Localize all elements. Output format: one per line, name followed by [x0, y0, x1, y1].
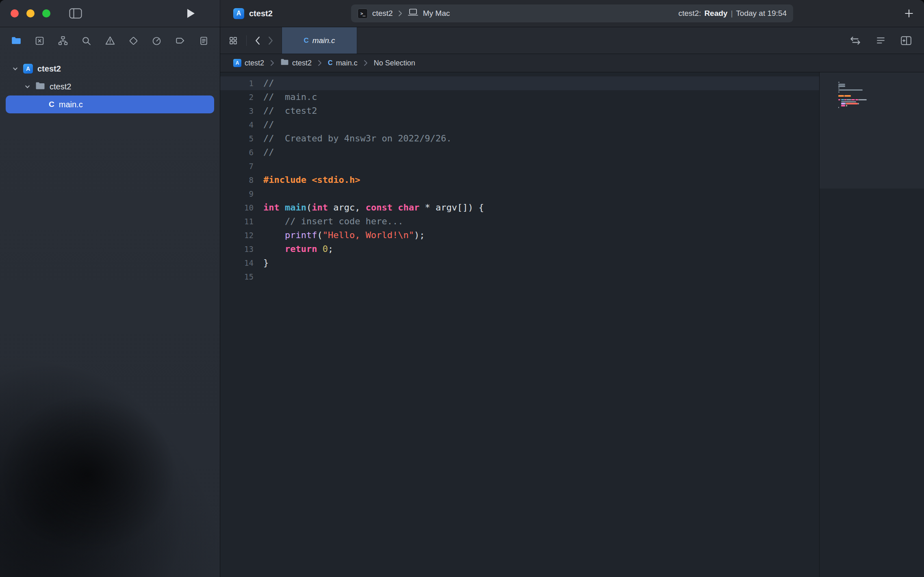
code-line[interactable]: 14}	[220, 256, 819, 270]
list-lines-icon	[876, 35, 886, 46]
run-button[interactable]	[187, 8, 195, 19]
navigator-tab-issues[interactable]	[104, 35, 116, 46]
tree-row-group[interactable]: ctest2	[0, 78, 220, 95]
scheme-destination-label[interactable]: My Mac	[423, 9, 450, 18]
zoom-button[interactable]	[42, 9, 50, 17]
editor-options-button[interactable]	[876, 35, 886, 46]
close-button[interactable]	[11, 9, 19, 17]
line-number[interactable]: 8	[220, 173, 254, 187]
breadcrumb-group[interactable]: ctest2	[280, 59, 312, 67]
code-text[interactable]: return 0;	[254, 242, 333, 256]
go-forward-button[interactable]	[268, 36, 273, 45]
code-review-button[interactable]	[850, 36, 861, 46]
breadcrumb-selection[interactable]: No Selection	[374, 59, 415, 67]
library-add-button[interactable]	[904, 8, 914, 19]
code-line[interactable]: 5// Created by 4nsw3r on 2022/9/26.	[220, 132, 819, 145]
line-number[interactable]: 14	[220, 256, 254, 270]
navigator-tab-source-control[interactable]	[34, 35, 46, 46]
breadcrumb-file[interactable]: C main.c	[328, 59, 358, 67]
code-line[interactable]: 9	[220, 187, 819, 201]
code-text[interactable]: // ctest2	[254, 104, 317, 118]
line-number[interactable]: 9	[220, 187, 254, 201]
code-text[interactable]: //	[254, 76, 274, 90]
code-line[interactable]: 4//	[220, 118, 819, 132]
minimize-button[interactable]	[26, 9, 35, 17]
code-text[interactable]: // Created by 4nsw3r on 2022/9/26.	[254, 132, 452, 145]
line-number[interactable]: 2	[220, 90, 254, 104]
disclosure-chevron-icon[interactable]	[24, 84, 31, 90]
navigator-tab-breakpoints[interactable]	[174, 35, 186, 46]
code-text[interactable]: //	[254, 145, 274, 159]
diamond-icon	[128, 36, 139, 46]
divider	[246, 35, 247, 46]
line-number[interactable]: 12	[220, 228, 254, 242]
code-line[interactable]: 11 // insert code here...	[220, 215, 819, 228]
line-number[interactable]: 15	[220, 270, 254, 284]
code-text[interactable]: // insert code here...	[254, 215, 403, 228]
line-number[interactable]: 1	[220, 76, 254, 90]
split-editor-icon	[900, 36, 912, 46]
tree-file-label: main.c	[59, 100, 83, 109]
source-editor: 1//2// main.c3// ctest24//5// Created by…	[220, 72, 924, 577]
scheme-selector[interactable]: >_ ctest2 My Mac	[358, 9, 450, 19]
breadcrumb-project[interactable]: A ctest2	[233, 59, 264, 67]
navigator-tab-symbols[interactable]	[57, 35, 69, 46]
code-text[interactable]: //	[254, 118, 274, 132]
toolbar-sidebar-zone	[0, 0, 220, 27]
navigator-tab-reports[interactable]	[198, 35, 209, 46]
code-text[interactable]: // main.c	[254, 90, 317, 104]
code-text[interactable]: int main(int argc, const char * argv[]) …	[254, 201, 484, 215]
line-number[interactable]: 6	[220, 145, 254, 159]
code-text[interactable]	[254, 187, 263, 201]
navigator-tab-project[interactable]	[11, 35, 22, 46]
report-document-icon	[199, 36, 209, 46]
code-line[interactable]: 10int main(int argc, const char * argv[]…	[220, 201, 819, 215]
navigator-tab-find[interactable]	[81, 35, 92, 46]
line-number[interactable]: 13	[220, 242, 254, 256]
tree-row-project[interactable]: A ctest2	[0, 60, 220, 78]
code-text[interactable]: printf("Hello, World!\n");	[254, 228, 425, 242]
line-number[interactable]: 5	[220, 132, 254, 145]
related-items-button[interactable]	[228, 36, 238, 46]
build-status[interactable]: ctest2: Ready | Today at 19:54	[678, 9, 787, 18]
scheme-target-label[interactable]: ctest2	[372, 9, 393, 18]
code-line[interactable]: 6//	[220, 145, 819, 159]
status-separator: |	[731, 9, 733, 18]
project-navigator-tree: A ctest2 ctest2 C main.c	[0, 54, 220, 113]
code-lines[interactable]: 1//2// main.c3// ctest24//5// Created by…	[220, 72, 819, 577]
minimap-marks	[838, 81, 920, 111]
code-line[interactable]: 1//	[220, 76, 819, 90]
add-editor-button[interactable]	[900, 36, 912, 46]
sidebar-toggle-button[interactable]	[69, 8, 82, 19]
code-line[interactable]: 8#include <stdio.h>	[220, 173, 819, 187]
go-back-button[interactable]	[255, 36, 260, 45]
disclosure-chevron-icon[interactable]	[12, 66, 19, 72]
chevron-right-icon	[318, 60, 322, 66]
navigator-tab-tests[interactable]	[128, 35, 139, 46]
tree-row-file-selected[interactable]: C main.c	[6, 95, 214, 113]
line-number[interactable]: 11	[220, 215, 254, 228]
line-number[interactable]: 4	[220, 118, 254, 132]
plus-icon	[904, 8, 914, 19]
chevron-right-icon	[398, 10, 402, 17]
code-text[interactable]	[254, 159, 263, 173]
chevron-right-icon	[270, 60, 274, 66]
tab-main-c[interactable]: C main.c	[282, 27, 357, 54]
minimap[interactable]	[819, 72, 924, 577]
code-text[interactable]: }	[254, 256, 269, 270]
line-number[interactable]: 10	[220, 201, 254, 215]
code-line[interactable]: 12 printf("Hello, World!\n");	[220, 228, 819, 242]
editor-area: C main.c	[220, 27, 924, 577]
code-line[interactable]: 3// ctest2	[220, 104, 819, 118]
code-line[interactable]: 2// main.c	[220, 90, 819, 104]
square-x-icon	[35, 36, 45, 46]
code-text[interactable]: #include <stdio.h>	[254, 173, 360, 187]
line-number[interactable]: 3	[220, 104, 254, 118]
code-line[interactable]: 13 return 0;	[220, 242, 819, 256]
folder-icon	[280, 59, 289, 67]
navigator-tab-debug[interactable]	[151, 35, 163, 46]
line-number[interactable]: 7	[220, 159, 254, 173]
code-line[interactable]: 7	[220, 159, 819, 173]
code-text[interactable]	[254, 270, 263, 284]
code-line[interactable]: 15	[220, 270, 819, 284]
